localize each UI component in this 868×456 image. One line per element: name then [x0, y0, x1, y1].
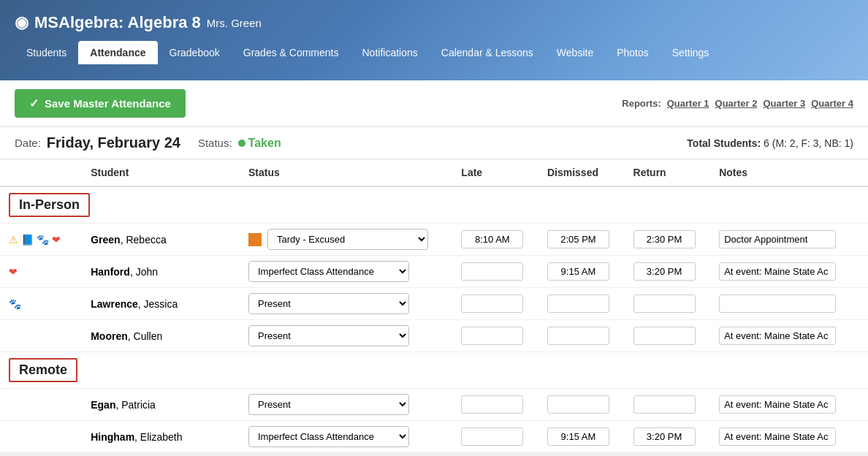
dismissed-input[interactable]	[547, 294, 609, 313]
student-name: Mooren, Cullen	[82, 320, 240, 352]
quarter3-link[interactable]: Quarter 3	[763, 98, 805, 109]
quarter2-link[interactable]: Quarter 2	[715, 98, 758, 109]
notes-input[interactable]	[719, 230, 836, 248]
attendance-table: Student Status Late Dismissed Return Not…	[0, 159, 868, 453]
student-return-cell	[625, 256, 711, 288]
student-icons-cell: ❤	[0, 256, 82, 288]
notes-input[interactable]	[719, 395, 836, 414]
student-status-cell: PresentAbsent - ExcusedAbsent - Unexcuse…	[240, 288, 452, 320]
orange-square-icon	[248, 233, 262, 246]
table-row: ❤Hanford, JohnPresentAbsent - ExcusedAbs…	[0, 256, 868, 288]
student-notes-cell	[710, 256, 868, 288]
return-input[interactable]	[633, 395, 696, 414]
paw-icon: 🐾	[9, 298, 21, 310]
col-header-status: Status	[240, 159, 452, 186]
student-return-cell	[625, 224, 711, 256]
dismissed-input[interactable]	[547, 395, 609, 414]
date-label: Date:	[15, 137, 41, 149]
student-return-cell	[625, 288, 711, 320]
late-input[interactable]	[461, 262, 523, 281]
student-name: Hanford, John	[82, 256, 240, 288]
quarter1-link[interactable]: Quarter 1	[667, 98, 709, 109]
return-input[interactable]	[633, 230, 696, 248]
notes-input[interactable]	[719, 428, 836, 446]
late-input[interactable]	[461, 294, 523, 313]
heart-icon: ❤	[52, 234, 61, 246]
student-status-cell: PresentAbsent - ExcusedAbsent - Unexcuse…	[240, 320, 452, 352]
tab-students[interactable]: Students	[15, 41, 78, 64]
tab-calendar-lessons[interactable]: Calendar & Lessons	[430, 41, 545, 64]
student-late-cell	[452, 421, 538, 453]
tab-website[interactable]: Website	[545, 41, 605, 64]
student-late-cell	[452, 320, 538, 352]
checkmark-icon: ✓	[29, 96, 39, 110]
status-select[interactable]: PresentAbsent - ExcusedAbsent - Unexcuse…	[248, 293, 409, 314]
tab-settings[interactable]: Settings	[660, 41, 721, 64]
student-name: Green, Rebecca	[82, 224, 240, 256]
student-late-cell	[452, 224, 538, 256]
student-dismissed-cell	[538, 320, 625, 352]
group-label: Remote	[9, 358, 77, 382]
save-master-attendance-button[interactable]: ✓ Save Master Attendance	[15, 89, 186, 118]
notes-input[interactable]	[719, 327, 836, 345]
col-header-return: Return	[625, 159, 711, 186]
return-input[interactable]	[633, 262, 696, 281]
table-row: Mooren, CullenPresentAbsent - ExcusedAbs…	[0, 320, 868, 352]
student-name: Egan, Patricia	[82, 389, 240, 421]
total-students: Total Students: 6 (M: 2, F: 3, NB: 1)	[687, 137, 853, 149]
col-header-dismissed: Dismissed	[538, 159, 625, 186]
tab-notifications[interactable]: Notifications	[351, 41, 430, 64]
table-row: ⚠📘🐾❤Green, RebeccaPresentAbsent - Excuse…	[0, 224, 868, 256]
student-icons-cell: ⚠📘🐾❤	[0, 224, 82, 256]
heart-icon: ❤	[9, 266, 18, 278]
green-dot-icon	[238, 140, 245, 147]
return-input[interactable]	[633, 294, 696, 313]
student-return-cell	[625, 389, 711, 421]
dismissed-input[interactable]	[547, 262, 609, 281]
paw-icon: 🐾	[37, 234, 49, 246]
return-input[interactable]	[633, 327, 696, 345]
tab-grades-comments[interactable]: Grades & Comments	[232, 41, 351, 64]
tab-attendance[interactable]: Attendance	[78, 41, 157, 64]
student-dismissed-cell	[538, 288, 625, 320]
student-name: Hingham, Elizabeth	[82, 421, 240, 453]
status-select[interactable]: PresentAbsent - ExcusedAbsent - Unexcuse…	[248, 426, 409, 447]
top-header: ◉ MSAlgebra: Algebra 8 Mrs. Green Studen…	[0, 0, 868, 80]
late-input[interactable]	[461, 395, 523, 414]
dismissed-input[interactable]	[547, 230, 609, 248]
tab-photos[interactable]: Photos	[605, 41, 660, 64]
quarter4-link[interactable]: Quarter 4	[811, 98, 853, 109]
student-icons-cell: 🐾	[0, 288, 82, 320]
status-select[interactable]: PresentAbsent - ExcusedAbsent - Unexcuse…	[267, 229, 428, 250]
student-notes-cell	[710, 421, 868, 453]
col-header-notes: Notes	[710, 159, 868, 186]
table-row: 🐾Lawrence, JessicaPresentAbsent - Excuse…	[0, 288, 868, 320]
late-input[interactable]	[461, 327, 523, 345]
student-dismissed-cell	[538, 389, 625, 421]
student-status-cell: PresentAbsent - ExcusedAbsent - Unexcuse…	[240, 256, 452, 288]
status-select[interactable]: PresentAbsent - ExcusedAbsent - Unexcuse…	[248, 394, 409, 415]
dismissed-input[interactable]	[547, 327, 609, 345]
student-icons-cell	[0, 421, 82, 453]
table-row: Egan, PatriciaPresentAbsent - ExcusedAbs…	[0, 389, 868, 421]
col-header-icons	[0, 159, 82, 186]
status-select[interactable]: PresentAbsent - ExcusedAbsent - Unexcuse…	[248, 325, 409, 346]
notes-input[interactable]	[719, 294, 836, 313]
group-header-row: In-Person	[0, 186, 868, 224]
col-header-student: Student	[82, 159, 240, 186]
student-return-cell	[625, 421, 711, 453]
warning-icon: ⚠	[9, 234, 18, 246]
return-input[interactable]	[633, 428, 696, 446]
student-notes-cell	[710, 224, 868, 256]
late-input[interactable]	[461, 428, 523, 446]
notes-input[interactable]	[719, 262, 836, 281]
student-late-cell	[452, 256, 538, 288]
late-input[interactable]	[461, 230, 523, 248]
class-title: ◉ MSAlgebra: Algebra 8 Mrs. Green	[15, 7, 853, 35]
status-select[interactable]: PresentAbsent - ExcusedAbsent - Unexcuse…	[248, 261, 409, 282]
date-bar: Date: Friday, February 24 Status: Taken …	[0, 127, 868, 159]
student-status-cell: PresentAbsent - ExcusedAbsent - Unexcuse…	[240, 224, 452, 256]
student-late-cell	[452, 288, 538, 320]
dismissed-input[interactable]	[547, 428, 609, 446]
tab-gradebook[interactable]: Gradebook	[158, 41, 232, 64]
